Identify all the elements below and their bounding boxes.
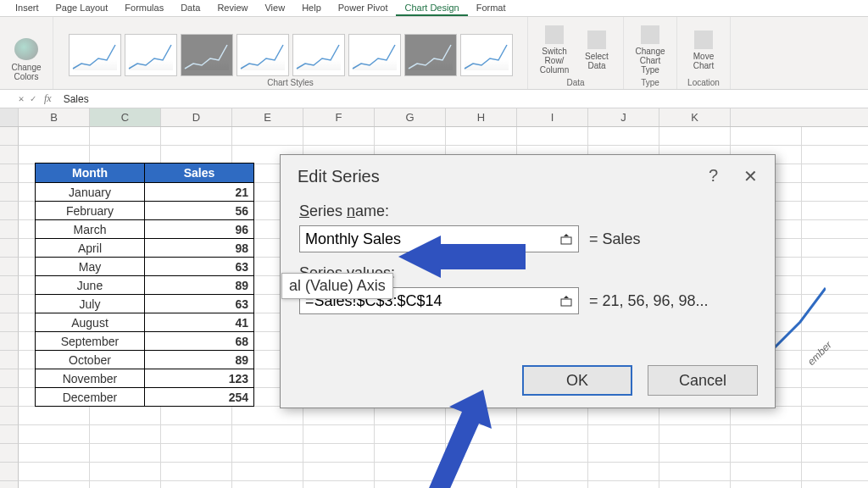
- tab-view[interactable]: View: [256, 1, 293, 16]
- chart-style-thumb[interactable]: [404, 34, 457, 76]
- col-header[interactable]: I: [517, 108, 588, 126]
- chart-style-thumb[interactable]: [460, 34, 513, 76]
- series-name-label: Series name:: [299, 202, 756, 220]
- col-header[interactable]: B: [19, 108, 90, 126]
- data-table: Month Sales January21 February56 March96…: [35, 163, 254, 407]
- series-values-equals: = 21, 56, 96, 98...: [589, 292, 709, 310]
- table-row[interactable]: November123: [36, 369, 253, 387]
- table-row[interactable]: September68: [36, 331, 253, 350]
- col-header[interactable]: D: [161, 108, 232, 126]
- table-row[interactable]: January21: [36, 182, 253, 201]
- change-chart-type-label: Change Chart Type: [631, 47, 670, 75]
- change-chart-type-button[interactable]: Change Chart Type: [631, 24, 670, 76]
- tab-data[interactable]: Data: [172, 1, 209, 16]
- col-header[interactable]: F: [303, 108, 375, 126]
- tab-insert[interactable]: Insert: [7, 1, 47, 16]
- svg-rect-1: [561, 299, 571, 306]
- enter-formula-icon[interactable]: ✓: [27, 93, 39, 104]
- group-label-data: Data: [566, 78, 584, 87]
- column-headers: B C D E F G H I J K: [0, 108, 868, 127]
- arrow-annotation: [398, 390, 509, 488]
- change-chart-type-icon: [641, 25, 659, 44]
- col-header[interactable]: C: [90, 108, 161, 126]
- formula-value[interactable]: Sales: [57, 93, 868, 105]
- palette-icon: [14, 38, 38, 60]
- chart-styles-gallery[interactable]: [69, 34, 513, 76]
- tab-power-pivot[interactable]: Power Pivot: [330, 1, 397, 16]
- tab-review[interactable]: Review: [209, 1, 256, 16]
- cancel-button[interactable]: Cancel: [648, 365, 758, 396]
- tab-formulas[interactable]: Formulas: [116, 1, 172, 16]
- chart-style-thumb[interactable]: [181, 34, 233, 76]
- range-picker-icon[interactable]: [554, 289, 578, 313]
- table-row[interactable]: July63: [36, 294, 253, 313]
- table-header-sales[interactable]: Sales: [145, 164, 253, 182]
- col-header[interactable]: K: [659, 108, 731, 126]
- tab-page-layout[interactable]: Page Layout: [47, 1, 117, 16]
- table-row[interactable]: March96: [36, 219, 253, 238]
- chart-style-thumb[interactable]: [69, 34, 121, 76]
- switch-row-col-button[interactable]: Switch Row/ Column: [535, 24, 574, 76]
- autocomplete-tooltip: al (Value) Axis: [281, 273, 393, 299]
- col-header[interactable]: E: [232, 108, 303, 126]
- select-data-button[interactable]: Select Data: [577, 24, 616, 76]
- chart-style-thumb[interactable]: [236, 34, 289, 76]
- switch-rowcol-icon: [545, 25, 564, 44]
- chart-style-thumb[interactable]: [292, 34, 345, 76]
- chart-style-thumb[interactable]: [125, 34, 177, 76]
- ok-button[interactable]: OK: [522, 365, 632, 396]
- col-header[interactable]: H: [446, 108, 517, 126]
- worksheet-grid[interactable]: /* rows generated below via template-ish…: [0, 127, 868, 488]
- group-label-chart-styles: Chart Styles: [267, 78, 313, 87]
- ribbon-tabs: Insert Page Layout Formulas Data Review …: [0, 0, 868, 17]
- table-row[interactable]: August41: [36, 313, 253, 331]
- tab-help[interactable]: Help: [293, 1, 330, 16]
- group-label-type: Type: [641, 78, 659, 87]
- select-all-corner[interactable]: [0, 108, 19, 126]
- dialog-help-button[interactable]: ?: [709, 166, 718, 186]
- select-data-label: Select Data: [577, 52, 616, 70]
- series-name-equals: = Sales: [589, 230, 641, 248]
- svg-rect-0: [561, 237, 571, 244]
- table-row[interactable]: May63: [36, 257, 253, 275]
- tab-chart-design[interactable]: Chart Design: [396, 1, 467, 16]
- table-row[interactable]: June89: [36, 275, 253, 294]
- cancel-formula-icon[interactable]: ✕: [15, 93, 27, 104]
- ribbon: Change Colors Chart Styles Switch Row/ C…: [0, 17, 868, 90]
- table-row[interactable]: December254: [36, 387, 253, 406]
- group-label-location: Location: [687, 78, 720, 87]
- table-row[interactable]: October89: [36, 350, 253, 369]
- dialog-close-button[interactable]: ✕: [743, 166, 758, 186]
- change-colors-label: Change Colors: [7, 63, 46, 81]
- range-picker-icon[interactable]: [554, 227, 578, 251]
- table-header-month[interactable]: Month: [36, 164, 145, 182]
- move-chart-label: Move Chart: [684, 52, 723, 70]
- col-header[interactable]: J: [588, 108, 659, 126]
- table-row[interactable]: February56: [36, 201, 253, 219]
- col-header[interactable]: G: [375, 108, 446, 126]
- move-chart-button[interactable]: Move Chart: [684, 24, 723, 76]
- fx-icon[interactable]: fx: [39, 92, 57, 105]
- move-chart-icon: [694, 30, 713, 49]
- change-colors-button[interactable]: Change Colors: [7, 33, 46, 86]
- select-data-icon: [587, 30, 606, 49]
- arrow-annotation: [398, 236, 526, 278]
- tab-format[interactable]: Format: [468, 1, 515, 16]
- dialog-title: Edit Series: [298, 167, 380, 186]
- formula-bar: ✕ ✓ fx Sales: [0, 90, 868, 108]
- table-row[interactable]: April98: [36, 238, 253, 257]
- chart-style-thumb[interactable]: [348, 34, 401, 76]
- switch-row-col-label: Switch Row/ Column: [535, 47, 574, 75]
